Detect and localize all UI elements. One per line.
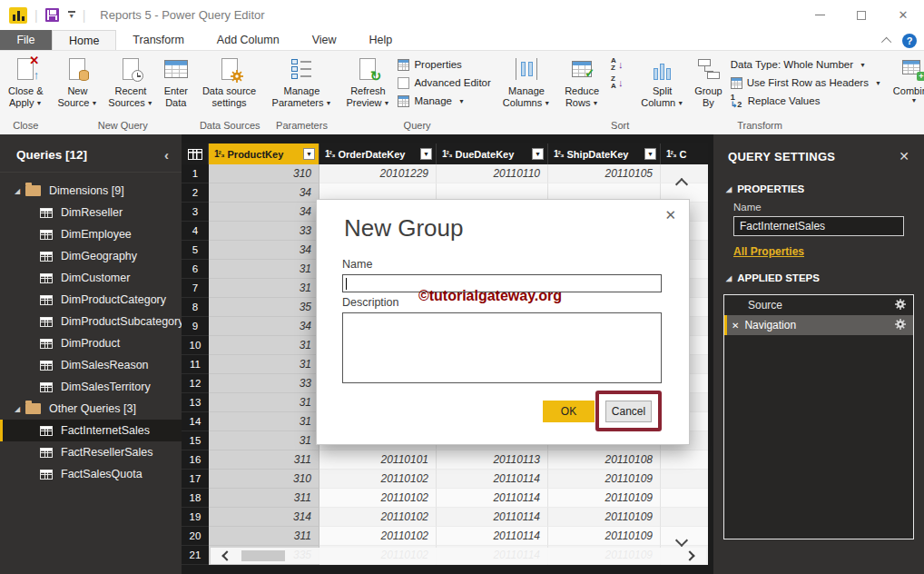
row-number[interactable]: 17 (182, 470, 209, 489)
sidebar-item-dimcustomer[interactable]: DimCustomer (0, 267, 182, 289)
row-number[interactable]: 4 (182, 222, 209, 241)
table-cell[interactable]: 20110105 (548, 164, 661, 183)
dialog-description-textarea[interactable] (342, 312, 662, 383)
refresh-preview-button[interactable]: ↻ Refresh Preview▼ (343, 54, 392, 111)
manage-button[interactable]: Manage▼ (398, 92, 490, 110)
column-header-orderdatekey[interactable]: 1²₃ OrderDateKey ▼ (319, 144, 437, 164)
filter-dropdown-icon[interactable]: ▼ (532, 148, 544, 160)
sidebar-item-dimproductsubcategory[interactable]: DimProductSubcategory (0, 311, 182, 332)
table-cell[interactable]: 20110102 (319, 527, 437, 546)
row-number[interactable]: 10 (182, 336, 209, 355)
table-cell[interactable]: 20110101 (319, 450, 437, 470)
table-cell[interactable]: 31 (209, 336, 319, 355)
sidebar-item-dimsalesreason[interactable]: DimSalesReason (0, 354, 182, 376)
column-header-shipdatekey[interactable]: 1²₃ ShipDateKey ▼ (548, 144, 661, 164)
step-settings-gear-icon[interactable] (895, 299, 906, 312)
tab-home[interactable]: Home (52, 30, 116, 50)
close-and-apply-button[interactable]: ✕↑ Close & Apply▼ (5, 54, 46, 111)
quick-access-toolbar-dropdown-icon[interactable]: ▾ (68, 11, 75, 19)
properties-section-header[interactable]: ◢ PROPERTIES (713, 171, 924, 200)
column-header-duedatekey[interactable]: 1²₃ DueDateKey ▼ (437, 144, 548, 164)
step-settings-gear-icon[interactable] (895, 319, 906, 332)
tab-view[interactable]: View (296, 30, 353, 50)
table-cell[interactable]: 20110102 (319, 470, 437, 489)
table-cell[interactable]: 20110114 (437, 470, 548, 489)
split-column-button[interactable]: Split Column▼ (638, 54, 686, 111)
table-cell[interactable]: 20110109 (548, 508, 661, 527)
reduce-rows-button[interactable]: ✓ Reduce Rows▼ (562, 54, 602, 111)
filter-dropdown-icon[interactable]: ▼ (644, 148, 656, 160)
sidebar-item-dimreseller[interactable]: DimReseller (0, 202, 182, 223)
properties-button[interactable]: Properties (398, 55, 490, 74)
dialog-close-icon[interactable]: ✕ (664, 207, 676, 223)
table-cell[interactable] (661, 450, 708, 470)
collapse-queries-pane-icon[interactable]: ‹ (164, 147, 169, 163)
table-cell[interactable]: 34 (209, 241, 319, 260)
table-cell[interactable]: 20110113 (437, 450, 548, 470)
ok-button[interactable]: OK (543, 401, 595, 422)
column-header-partial[interactable]: 1²₃ C (661, 144, 708, 164)
sidebar-item-dimproduct[interactable]: DimProduct (0, 332, 182, 354)
row-number[interactable]: 3 (182, 203, 209, 222)
row-number[interactable]: 5 (182, 241, 209, 260)
sidebar-item-dimgeography[interactable]: DimGeography (0, 245, 182, 267)
sidebar-item-dimemployee[interactable]: DimEmployee (0, 223, 182, 245)
table-cell[interactable]: 20110109 (548, 489, 661, 508)
enter-data-button[interactable]: Enter Data (162, 54, 191, 111)
manage-columns-button[interactable]: Manage Columns▼ (500, 54, 553, 111)
table-cell[interactable]: 20110114 (437, 527, 548, 546)
sidebar-folder-dimensions-9-[interactable]: ◢Dimensions [9] (0, 180, 182, 202)
row-number[interactable]: 2 (182, 183, 209, 203)
row-number[interactable]: 8 (182, 298, 209, 317)
row-number[interactable]: 21 (182, 546, 209, 565)
expand-triangle-icon[interactable]: ◢ (15, 405, 24, 413)
sidebar-item-factinternetsales[interactable]: FactInternetSales (0, 420, 182, 441)
table-cell[interactable]: 31 (209, 355, 319, 374)
sort-descending-button[interactable]: ZA↓ (611, 74, 623, 92)
advanced-editor-button[interactable]: Advanced Editor (398, 74, 490, 92)
row-number[interactable]: 15 (182, 431, 209, 450)
tab-transform[interactable]: Transform (116, 30, 201, 50)
use-first-row-as-headers-button[interactable]: Use First Row as Headers▼ (731, 74, 881, 92)
sidebar-item-dimsalesterritory[interactable]: DimSalesTerritory (0, 376, 182, 398)
table-cell[interactable]: 20110109 (548, 527, 661, 546)
row-number[interactable]: 6 (182, 260, 209, 279)
recent-sources-button[interactable]: Recent Sources▼ (105, 54, 155, 111)
minimize-button[interactable] (799, 0, 840, 30)
table-cell[interactable] (661, 470, 708, 489)
table-cell[interactable]: 20110109 (548, 470, 661, 489)
scroll-right-icon[interactable] (684, 550, 694, 560)
table-cell[interactable]: 34 (209, 317, 319, 336)
filter-dropdown-icon[interactable]: ▼ (420, 148, 432, 160)
table-cell[interactable]: 34 (209, 183, 319, 203)
sidebar-item-factsalesquota[interactable]: FactSalesQuota (0, 463, 182, 485)
new-source-button[interactable]: New Source▼ (55, 54, 101, 111)
applied-step-source[interactable]: Source (724, 295, 913, 315)
tab-file[interactable]: File (0, 30, 52, 50)
expand-triangle-icon[interactable]: ◢ (15, 187, 24, 195)
data-type-button[interactable]: Data Type: Whole Number▼ (731, 55, 881, 74)
all-properties-link[interactable]: All Properties (733, 245, 804, 258)
replace-values-button[interactable]: 1↳2 Replace Values (731, 92, 881, 110)
table-select-all-button[interactable] (182, 144, 209, 164)
horizontal-scrollbar[interactable] (211, 548, 706, 564)
table-cell[interactable]: 20101229 (319, 164, 437, 183)
sidebar-item-factresellersales[interactable]: FactResellerSales (0, 441, 182, 463)
close-button[interactable]: ✕ (882, 0, 924, 30)
close-query-settings-icon[interactable]: ✕ (899, 149, 909, 163)
table-cell[interactable]: 20110114 (437, 508, 548, 527)
row-number[interactable]: 9 (182, 317, 209, 336)
tab-add-column[interactable]: Add Column (201, 30, 296, 50)
filter-dropdown-icon[interactable]: ▼ (303, 148, 315, 160)
row-number[interactable]: 14 (182, 412, 209, 431)
table-cell[interactable] (661, 489, 708, 508)
table-cell[interactable]: 33 (209, 374, 319, 393)
applied-step-navigation[interactable]: ✕Navigation (724, 315, 913, 335)
table-cell[interactable]: 33 (209, 222, 319, 241)
applied-steps-section-header[interactable]: ◢ APPLIED STEPS (713, 260, 924, 289)
maximize-button[interactable] (840, 0, 882, 30)
row-number[interactable]: 13 (182, 393, 209, 412)
row-number[interactable]: 19 (182, 508, 209, 527)
row-number[interactable]: 7 (182, 279, 209, 298)
help-icon[interactable]: ? (902, 34, 917, 48)
